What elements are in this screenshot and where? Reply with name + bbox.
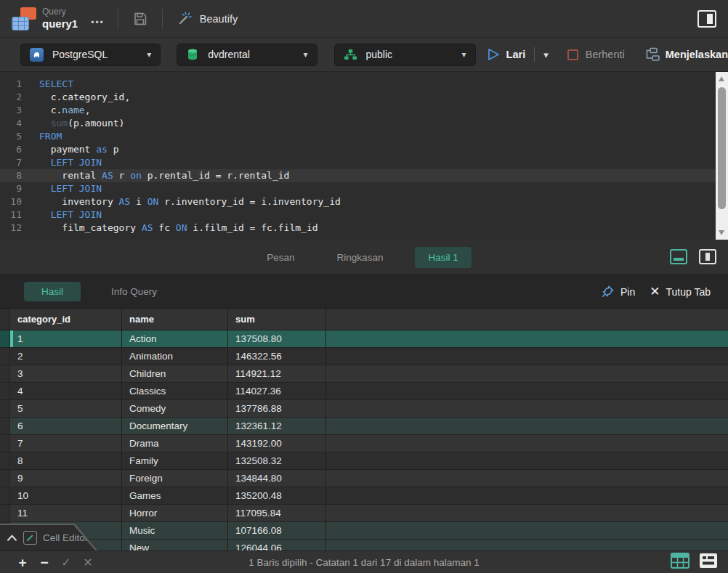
- table-cell[interactable]: 114027.36: [228, 383, 326, 399]
- row-gutter[interactable]: [0, 505, 10, 521]
- subtab-info-query[interactable]: Info Query: [98, 282, 170, 301]
- scrollbar-thumb[interactable]: [718, 87, 726, 209]
- table-cell[interactable]: Horror: [122, 505, 228, 521]
- table-cell[interactable]: 135200.48: [228, 487, 326, 504]
- subtab-hasil[interactable]: Hasil: [24, 282, 81, 301]
- table-cell[interactable]: Drama: [122, 435, 228, 452]
- tab-hasil-1[interactable]: Hasil 1: [415, 247, 471, 268]
- row-gutter[interactable]: [0, 330, 10, 347]
- table-cell[interactable]: Classics: [122, 383, 228, 399]
- discard-changes-button[interactable]: ✕: [77, 552, 99, 573]
- table-row[interactable]: 13New126044.06: [0, 540, 728, 550]
- beautify-button[interactable]: Beautify: [176, 10, 238, 28]
- table-cell[interactable]: 10: [10, 487, 122, 504]
- scroll-down-icon[interactable]: [719, 230, 724, 235]
- record-view-button[interactable]: [699, 553, 718, 572]
- code-line[interactable]: 6 payment as p: [0, 143, 728, 156]
- bottom-panel-layout-icon[interactable]: [670, 249, 687, 264]
- table-cell[interactable]: 5: [10, 400, 122, 417]
- table-cell[interactable]: Comedy: [122, 400, 228, 417]
- cell-editor-popup[interactable]: Cell Editor: [0, 524, 97, 550]
- table-cell[interactable]: Documentary: [122, 418, 228, 434]
- close-tab-button[interactable]: ✕ Tutup Tab: [650, 284, 711, 299]
- table-cell[interactable]: Foreign: [122, 470, 228, 487]
- table-row[interactable]: 9Foreign134844.80: [0, 470, 728, 487]
- code-line[interactable]: 3 c.name,: [0, 104, 728, 117]
- code-line[interactable]: 2 c.category_id,: [0, 91, 728, 104]
- apply-changes-button[interactable]: ✓: [55, 552, 77, 573]
- table-cell[interactable]: 114921.12: [228, 365, 326, 382]
- code-line[interactable]: 11 LEFT JOIN: [0, 208, 728, 222]
- side-panel-layout-icon[interactable]: [699, 249, 716, 264]
- column-header-sum[interactable]: sum: [228, 309, 326, 330]
- row-gutter[interactable]: [0, 383, 10, 399]
- right-panel-toggle-icon[interactable]: [697, 10, 716, 28]
- code-line[interactable]: 9 LEFT JOIN: [0, 182, 728, 195]
- table-cell[interactable]: Family: [122, 452, 228, 469]
- table-row[interactable]: 8Family132508.32: [0, 452, 728, 470]
- table-cell[interactable]: New: [122, 540, 228, 550]
- table-cell[interactable]: Children: [122, 365, 228, 382]
- table-cell[interactable]: 134844.80: [228, 470, 326, 487]
- code-line[interactable]: 7 LEFT JOIN: [0, 156, 728, 169]
- table-cell[interactable]: Games: [122, 487, 228, 504]
- column-header-name[interactable]: name: [122, 309, 228, 330]
- table-row[interactable]: 4Classics114027.36: [0, 383, 728, 400]
- column-header-category-id[interactable]: category_id: [10, 309, 122, 330]
- pin-button[interactable]: Pin: [601, 285, 635, 298]
- table-cell[interactable]: 11: [10, 505, 122, 521]
- table-row[interactable]: 7Drama143192.00: [0, 435, 728, 452]
- code-line[interactable]: 5FROM: [0, 130, 728, 143]
- table-view-button[interactable]: [671, 553, 689, 572]
- table-cell[interactable]: 137786.88: [228, 400, 326, 417]
- table-cell[interactable]: 132508.32: [228, 452, 326, 469]
- table-cell[interactable]: 132361.12: [228, 418, 326, 434]
- table-row[interactable]: 12Music107166.08: [0, 522, 728, 540]
- table-cell[interactable]: Action: [122, 330, 228, 347]
- query-tab[interactable]: Query query1 •••: [0, 7, 105, 31]
- chevron-up-icon[interactable]: [7, 534, 17, 542]
- table-cell[interactable]: 2: [10, 348, 122, 365]
- row-gutter[interactable]: [0, 452, 10, 469]
- explain-button[interactable]: Menjelaskan: [644, 47, 728, 62]
- table-cell[interactable]: 8: [10, 452, 122, 469]
- table-cell[interactable]: 3: [10, 365, 122, 382]
- table-row[interactable]: 2Animation146322.56: [0, 348, 728, 365]
- tab-ringkasan[interactable]: Ringkasan: [327, 247, 394, 268]
- table-cell[interactable]: Music: [122, 522, 228, 539]
- table-row[interactable]: 5Comedy137786.88: [0, 400, 728, 418]
- row-gutter[interactable]: [0, 348, 10, 365]
- table-cell[interactable]: 107166.08: [228, 522, 326, 539]
- add-row-button[interactable]: +: [12, 552, 33, 573]
- row-gutter[interactable]: [0, 470, 10, 487]
- tab-menu-dots-icon[interactable]: •••: [91, 17, 105, 28]
- connection-dropdown[interactable]: PostgreSQL ▾: [20, 44, 161, 66]
- table-row[interactable]: 10Games135200.48: [0, 487, 728, 505]
- run-button[interactable]: Lari: [506, 49, 526, 60]
- editor-scrollbar[interactable]: [716, 72, 728, 240]
- row-gutter[interactable]: [0, 365, 10, 382]
- table-cell[interactable]: 9: [10, 470, 122, 487]
- schema-dropdown[interactable]: public ▾: [334, 44, 476, 66]
- table-cell[interactable]: 126044.06: [228, 540, 326, 550]
- run-icon[interactable]: [486, 47, 501, 62]
- code-line[interactable]: 4 sum(p.amount): [0, 117, 728, 130]
- code-line[interactable]: 1SELECT: [0, 78, 728, 91]
- table-cell[interactable]: 1: [10, 330, 122, 347]
- table-cell[interactable]: 6: [10, 418, 122, 434]
- table-cell[interactable]: Animation: [122, 348, 228, 365]
- row-gutter[interactable]: [0, 418, 10, 434]
- table-cell[interactable]: 7: [10, 435, 122, 452]
- remove-row-button[interactable]: −: [33, 552, 55, 573]
- table-cell[interactable]: 4: [10, 383, 122, 399]
- database-dropdown[interactable]: dvdrental ▾: [177, 44, 317, 66]
- table-row[interactable]: 6Documentary132361.12: [0, 418, 728, 435]
- table-row[interactable]: 1Action137508.80: [0, 330, 728, 348]
- table-cell[interactable]: 137508.80: [228, 330, 326, 347]
- stop-button[interactable]: Berhenti: [567, 49, 625, 60]
- row-gutter[interactable]: [0, 400, 10, 417]
- scroll-up-icon[interactable]: [719, 76, 724, 81]
- code-line[interactable]: 10 inventory AS i ON r.inventory_id = i.…: [0, 195, 728, 208]
- table-row[interactable]: 3Children114921.12: [0, 365, 728, 383]
- tab-pesan[interactable]: Pesan: [256, 247, 304, 268]
